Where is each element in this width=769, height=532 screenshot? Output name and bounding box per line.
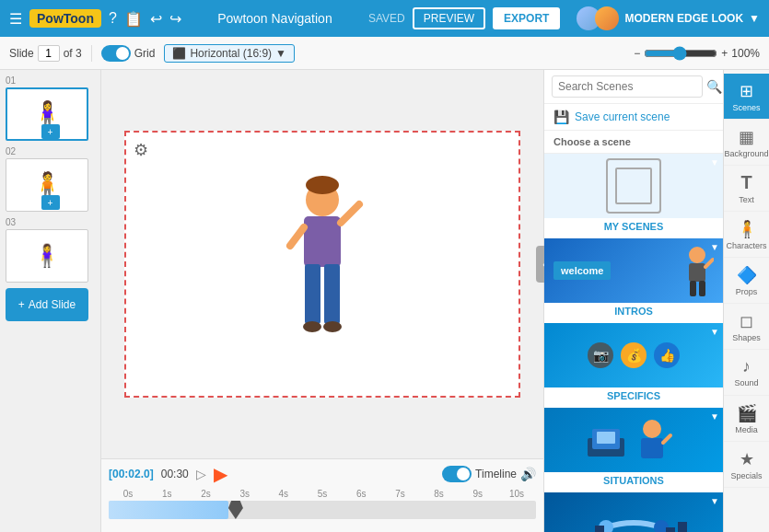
situations-preview[interactable]: ▼ xyxy=(544,408,723,472)
media-icon-label: Media xyxy=(735,425,758,434)
preview-button[interactable]: PREVIEW xyxy=(413,7,485,29)
scenes-list: ▼ MY SCENES welcome xyxy=(544,154,723,532)
timeline-track[interactable] xyxy=(109,501,536,519)
svg-point-17 xyxy=(643,420,661,438)
background-icon-label: Background xyxy=(724,149,768,158)
redo-icon[interactable]: ↪ xyxy=(169,10,181,28)
nav-icon-group: ? 📋 ↩ ↪ xyxy=(109,10,181,28)
svg-rect-18 xyxy=(641,438,663,458)
svg-point-7 xyxy=(303,321,321,332)
notes-icon[interactable]: 📋 xyxy=(124,10,143,28)
export-button[interactable]: EXPORT xyxy=(493,7,560,29)
slide-label: Slide xyxy=(9,47,34,60)
situations-svg xyxy=(578,415,689,466)
sound-icon: ♪ xyxy=(742,357,751,376)
intros-preview[interactable]: welcome ▼ xyxy=(544,238,723,303)
volume-icon[interactable]: 🔊 xyxy=(520,467,536,481)
svg-line-4 xyxy=(290,227,304,246)
text-icon-label: Text xyxy=(739,195,754,204)
svg-rect-5 xyxy=(305,264,320,324)
characters-icon: 🧍 xyxy=(737,219,757,239)
timeline-switch[interactable] xyxy=(442,466,472,482)
play-outline-button[interactable]: ▷ xyxy=(196,467,206,481)
timeline-toggle: Timeline 🔊 xyxy=(442,466,536,482)
grid-label: Grid xyxy=(134,47,156,60)
hamburger-icon[interactable]: ☰ xyxy=(9,10,22,28)
concepts-svg xyxy=(578,500,689,533)
slide-number-input[interactable] xyxy=(38,45,60,62)
icon-sidebar: ⊞ Scenes ▦ Background T Text 🧍 Character… xyxy=(723,70,769,532)
search-icon[interactable]: 🔍 xyxy=(706,79,722,94)
zoom-slider[interactable] xyxy=(644,46,717,61)
grid-toggle[interactable]: Grid xyxy=(101,45,156,62)
sidebar-item-background[interactable]: ▦ Background xyxy=(724,120,770,166)
tick-0: 0s xyxy=(109,489,147,499)
user-area: MODERN EDGE LOOK ▼ xyxy=(577,6,760,30)
specifics-expand-icon: ▼ xyxy=(710,327,719,337)
sound-icon-label: Sound xyxy=(734,378,758,387)
props-icon: 🔷 xyxy=(737,265,757,285)
svg-line-3 xyxy=(341,204,359,223)
grid-switch[interactable] xyxy=(101,45,131,62)
characters-icon-label: Characters xyxy=(726,241,766,250)
situations-expand-icon: ▼ xyxy=(710,411,719,422)
sidebar-item-shapes[interactable]: ◻ Shapes xyxy=(724,304,770,350)
svg-rect-16 xyxy=(597,432,615,444)
search-scenes-input[interactable] xyxy=(552,75,703,98)
svg-point-1 xyxy=(306,176,339,194)
save-scene-label: Save current scene xyxy=(575,110,670,123)
slide-num-1: 01 xyxy=(6,75,95,86)
intros-scene-img: welcome xyxy=(544,238,723,303)
sidebar-item-props[interactable]: 🔷 Props xyxy=(724,258,770,304)
save-scene-button[interactable]: 💾 Save current scene xyxy=(544,104,723,131)
top-navigation: ☰ PowToon ? 📋 ↩ ↪ Powtoon Navigation SAV… xyxy=(0,0,769,37)
scene-category-situations: ▼ SITUATIONS xyxy=(544,408,723,489)
aspect-dropdown-icon: ▼ xyxy=(275,47,286,60)
svg-rect-23 xyxy=(595,526,604,533)
slide-1-action-icon[interactable]: + xyxy=(41,124,60,139)
slide-item-1: 01 🧍‍♀️ + xyxy=(6,75,95,141)
scenes-icon-label: Scenes xyxy=(732,103,760,112)
concepts-preview[interactable]: ▼ xyxy=(544,492,723,532)
sidebar-item-sound[interactable]: ♪ Sound xyxy=(724,350,770,396)
svg-rect-2 xyxy=(304,216,341,267)
shapes-icon-label: Shapes xyxy=(732,333,761,342)
svg-line-11 xyxy=(705,260,713,267)
slide-total: of 3 xyxy=(64,47,82,60)
my-scenes-preview[interactable]: ▼ xyxy=(544,154,723,218)
nav-title: Powtoon Navigation xyxy=(189,11,361,26)
theme-dropdown-icon[interactable]: ▼ xyxy=(749,12,760,25)
specifics-preview[interactable]: 📷 💰 👍 ▼ xyxy=(544,323,723,387)
intros-character xyxy=(682,246,714,296)
intros-label: INTROS xyxy=(544,303,723,319)
zoom-minus[interactable]: − xyxy=(634,47,640,60)
main-area: 01 🧍‍♀️ + 02 🧍 + 03 🧍‍♀️ + Add Slide xyxy=(0,70,769,532)
sidebar-item-specials[interactable]: ★ Specials xyxy=(724,442,770,488)
sidebar-item-media[interactable]: 🎬 Media xyxy=(724,396,770,442)
canvas[interactable]: ⚙ xyxy=(124,131,520,398)
sidebar-item-characters[interactable]: 🧍 Characters xyxy=(724,212,770,258)
slide-thumb-3[interactable]: 🧍‍♀️ xyxy=(6,229,88,283)
timeline-panel: [00:02.0] 00:30 ▷ ▶ Timeline 🔊 0s 1s 2s … xyxy=(101,458,543,532)
sidebar-item-scenes[interactable]: ⊞ Scenes xyxy=(724,74,770,120)
play-button[interactable]: ▶ xyxy=(214,463,227,485)
intros-expand-icon: ▼ xyxy=(710,242,719,252)
svg-point-9 xyxy=(689,247,705,263)
sidebar-item-text[interactable]: T Text xyxy=(724,166,770,212)
add-slide-button[interactable]: + Add Slide xyxy=(6,288,88,321)
theme-label: MODERN EDGE LOOK xyxy=(624,12,743,25)
aspect-ratio-selector[interactable]: ⬛ Horizontal (16:9) ▼ xyxy=(164,44,295,63)
scene-category-intros: welcome ▼ INTROS xyxy=(544,238,723,319)
slide-2-action-icon[interactable]: + xyxy=(41,195,60,210)
zoom-plus[interactable]: + xyxy=(721,47,728,60)
undo-icon[interactable]: ↩ xyxy=(150,10,162,28)
playhead-marker[interactable] xyxy=(228,501,243,519)
save-scene-icon: 💾 xyxy=(553,110,569,124)
media-icon: 🎬 xyxy=(737,403,757,423)
time-display: [00:02.0] xyxy=(109,468,154,480)
props-icon-label: Props xyxy=(736,287,758,296)
my-scenes-placeholder xyxy=(606,158,661,214)
help-icon[interactable]: ? xyxy=(109,10,117,27)
timeline-ruler: 0s 1s 2s 3s 4s 5s 6s 7s 8s 9s 10s xyxy=(109,489,536,499)
canvas-settings-icon[interactable]: ⚙ xyxy=(134,140,148,160)
